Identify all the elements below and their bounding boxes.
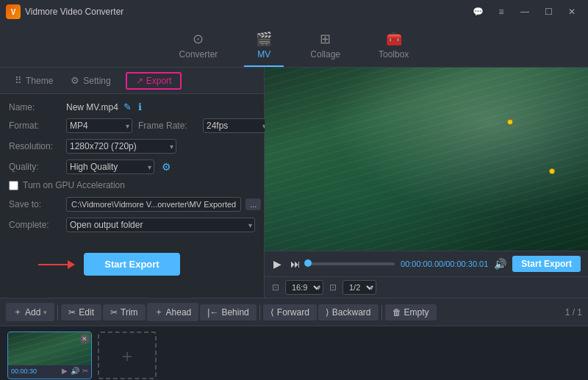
minimize-button[interactable]: — xyxy=(514,4,535,19)
arrow-line xyxy=(38,264,68,265)
next-button[interactable]: ⏭ xyxy=(289,257,302,271)
tab-converter[interactable]: ⊙ Converter xyxy=(168,28,230,67)
clip-thumbnail xyxy=(8,332,91,365)
nav-tabs: ⊙ Converter 🎬 MV ⊞ Collage 🧰 Toolbox xyxy=(0,24,588,68)
toolbox-icon: 🧰 xyxy=(386,31,402,47)
arrow-indicator xyxy=(38,260,75,269)
main-layout: ⠿ Theme ⚙ Setting ↗ Export Name: New MV.… xyxy=(0,68,588,298)
clip-controls: ▶ 🔊 ✂ xyxy=(62,367,88,375)
behind-button[interactable]: |← Behind xyxy=(200,304,257,320)
subtab-theme[interactable]: ⠿ Theme xyxy=(6,71,62,90)
plus-icon: ＋ xyxy=(13,306,22,318)
complete-select[interactable]: Open output folder Do nothing xyxy=(66,218,255,232)
edit-icon: ✂ xyxy=(68,307,76,318)
quality-select[interactable]: High Quality Standard Quality Low Qualit… xyxy=(66,159,154,174)
resolution-row: Resolution: 1280x720 (720p) 1920x1080 (1… xyxy=(9,139,255,154)
grid-icon: ⠿ xyxy=(15,75,22,86)
close-button[interactable]: ✕ xyxy=(562,4,582,19)
video-controls: ▶ ⏭ 00:00:00.00/00:00:30.01 🔊 Start Expo… xyxy=(265,251,588,276)
subtab-setting[interactable]: ⚙ Setting xyxy=(62,71,119,90)
gpu-label[interactable]: Turn on GPU Acceleration xyxy=(23,180,125,190)
complete-row: Complete: Open output folder Do nothing xyxy=(9,218,255,232)
export-tab-button[interactable]: ↗ Export xyxy=(126,72,182,90)
quality-settings-button[interactable]: ⚙ xyxy=(160,161,173,173)
clip-footer: 00:00:30 ▶ 🔊 ✂ xyxy=(8,365,91,376)
resolution-select[interactable]: 1280x720 (720p) 1920x1080 (1080p) 3840x2… xyxy=(66,139,176,154)
collage-icon: ⊞ xyxy=(320,31,331,47)
clip-play-icon[interactable]: ▶ xyxy=(62,367,68,375)
play-button[interactable]: ▶ xyxy=(272,257,283,271)
behind-icon: |← xyxy=(207,307,218,318)
bottom-toolbar: ＋ Add ▾ ✂ Edit ✂ Trim ＋ Ahead |← Behind … xyxy=(0,298,588,326)
add-clip-button[interactable]: ＋ xyxy=(98,331,157,379)
complete-select-wrapper: Open output folder Do nothing xyxy=(66,218,255,232)
video-controls-row2: ⊡ 16:9 4:3 1:1 ⊡ 1/2 1/1 1/4 xyxy=(265,276,588,298)
start-export-small-button[interactable]: Start Export xyxy=(512,256,581,272)
edit-name-button[interactable]: ✎ xyxy=(122,101,133,112)
forward-icon: ⟨ xyxy=(270,307,274,318)
ahead-button[interactable]: ＋ Ahead xyxy=(147,303,199,321)
titlebar-left: V Vidmore Video Converter xyxy=(6,4,123,19)
browse-path-button[interactable]: ... xyxy=(245,198,261,210)
format-row: Format: MP4 MOV AVI Frame Rate: 24fps 30… xyxy=(9,118,255,133)
info-button[interactable]: ℹ xyxy=(137,101,143,112)
clip-scissors-icon[interactable]: ✂ xyxy=(82,367,88,375)
framerate-select[interactable]: 24fps 30fps 60fps xyxy=(203,118,269,133)
format-select[interactable]: MP4 MOV AVI xyxy=(66,118,132,133)
edit-button[interactable]: ✂ Edit xyxy=(61,304,101,320)
toolbar-separator-3 xyxy=(381,305,382,320)
scale-select[interactable]: 1/2 1/1 1/4 xyxy=(343,280,376,295)
left-panel: ⠿ Theme ⚙ Setting ↗ Export Name: New MV.… xyxy=(0,68,265,298)
gpu-checkbox[interactable] xyxy=(9,181,18,190)
empty-button[interactable]: 🗑 Empty xyxy=(385,304,437,320)
titlebar-controls: 💬 ≡ — ☐ ✕ xyxy=(467,4,582,19)
maximize-button[interactable]: ☐ xyxy=(538,4,559,19)
resolution-select-wrapper: 1280x720 (720p) 1920x1080 (1080p) 3840x2… xyxy=(66,139,176,154)
ratio-select-wrapper: 16:9 4:3 1:1 xyxy=(285,280,323,295)
saveto-path: C:\Vidmore\Vidmore V...onverter\MV Expor… xyxy=(66,197,241,212)
start-export-button[interactable]: Start Export xyxy=(84,253,179,276)
progress-bar[interactable] xyxy=(308,262,395,265)
backward-button[interactable]: ⟩ Backward xyxy=(318,304,379,320)
page-indicator: 1 / 1 xyxy=(565,307,582,318)
gear-icon: ⚙ xyxy=(71,75,79,86)
saveto-row: Save to: C:\Vidmore\Vidmore V...onverter… xyxy=(9,196,255,212)
converter-icon: ⊙ xyxy=(193,31,204,47)
clip-audio-icon[interactable]: 🔊 xyxy=(71,367,79,375)
name-row: Name: New MV.mp4 ✎ ℹ xyxy=(9,101,255,112)
toolbar-separator-2 xyxy=(259,305,260,320)
scale-select-wrapper: 1/2 1/1 1/4 xyxy=(343,280,376,295)
trim-button[interactable]: ✂ Trim xyxy=(103,304,146,320)
add-button[interactable]: ＋ Add ▾ xyxy=(6,303,54,321)
timeline: ✕ 00:00:30 ▶ 🔊 ✂ ＋ xyxy=(0,326,588,380)
progress-knob xyxy=(304,259,312,267)
timeline-clip: ✕ 00:00:30 ▶ 🔊 ✂ xyxy=(7,331,92,379)
ahead-icon: ＋ xyxy=(154,306,163,318)
scale-icon: ⊡ xyxy=(329,282,337,293)
tab-collage[interactable]: ⊞ Collage xyxy=(298,28,352,67)
chat-button[interactable]: 💬 xyxy=(467,4,488,19)
aspect-ratio-icon: ⊡ xyxy=(272,282,279,293)
volume-button[interactable]: 🔊 xyxy=(494,258,506,270)
name-input-group: New MV.mp4 ✎ ℹ xyxy=(66,101,143,112)
settings-form: Name: New MV.mp4 ✎ ℹ Format: MP4 MOV AVI xyxy=(0,94,264,298)
clip-time: 00:00:30 xyxy=(11,368,37,375)
right-panel: ▶ ⏭ 00:00:00.00/00:00:30.01 🔊 Start Expo… xyxy=(265,68,588,298)
marker-dot-1 xyxy=(507,119,513,125)
name-value: New MV.mp4 xyxy=(66,102,118,112)
quality-row: Quality: High Quality Standard Quality L… xyxy=(9,159,255,174)
wave-pattern xyxy=(265,68,588,251)
app-icon: V xyxy=(6,4,21,19)
tab-toolbox[interactable]: 🧰 Toolbox xyxy=(367,28,420,67)
gpu-row: Turn on GPU Acceleration xyxy=(9,180,255,190)
menu-button[interactable]: ≡ xyxy=(491,4,512,19)
forward-button[interactable]: ⟨ Forward xyxy=(263,304,317,320)
titlebar-title: Vidmore Video Converter xyxy=(25,7,123,17)
ratio-select[interactable]: 16:9 4:3 1:1 xyxy=(285,280,323,295)
clip-close-button[interactable]: ✕ xyxy=(79,334,90,344)
format-select-wrapper: MP4 MOV AVI xyxy=(66,118,132,133)
mv-icon: 🎬 xyxy=(256,31,272,47)
toolbar-separator-1 xyxy=(57,305,58,320)
tab-mv[interactable]: 🎬 MV xyxy=(244,28,284,67)
trash-icon: 🗑 xyxy=(392,307,401,318)
